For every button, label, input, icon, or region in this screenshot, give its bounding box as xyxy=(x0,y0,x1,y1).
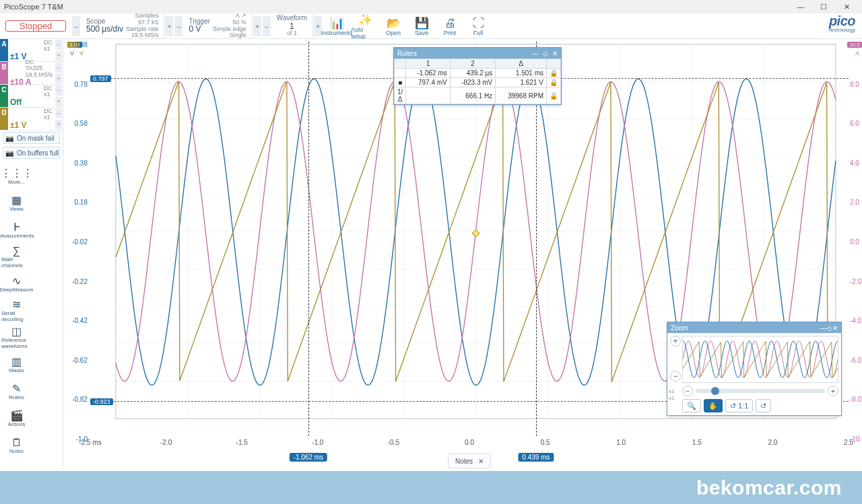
scope-increment[interactable]: + xyxy=(165,16,173,36)
panel-close-icon[interactable]: ✕ xyxy=(832,324,838,332)
footer-banner: bekomcar.com xyxy=(0,471,862,504)
fullscreen-icon: ⛶ xyxy=(473,17,484,29)
trigger-increment[interactable]: + xyxy=(253,16,261,36)
save-button[interactable]: 💾Save xyxy=(407,13,436,38)
channel-tab: A xyxy=(0,39,8,61)
rulers-table: 12Δ-1.062 ms439.2 µs1.501 ms🔒■797.4 mV-8… xyxy=(394,59,561,104)
chan-minus[interactable]: − xyxy=(55,40,62,50)
waveform-total: of 1 xyxy=(287,30,297,36)
palette-actions[interactable]: 🎬Actions xyxy=(1,405,32,432)
zoom-panel-title: Zoom xyxy=(671,324,688,332)
palette-serial-decoding[interactable]: ≋Serial decoding xyxy=(1,297,32,324)
camera-icon: 📷 xyxy=(5,135,15,142)
rulers-panel-title: Rulers xyxy=(397,50,417,57)
channel-b[interactable]: B DCTA32519.5 MS/s ±10 A −+ xyxy=(0,62,63,85)
panel-minimize-icon[interactable]: — xyxy=(820,324,827,332)
chan-minus[interactable]: − xyxy=(55,63,62,73)
palette-math-channels[interactable]: ∑Math channels xyxy=(1,244,32,271)
panel-close-icon[interactable]: ✕ xyxy=(552,50,558,57)
close-icon[interactable]: ✕ xyxy=(478,458,484,465)
chan-minus[interactable]: − xyxy=(55,108,62,118)
channel-c[interactable]: C DCx1 Off −+ xyxy=(0,85,63,108)
panel-minimize-icon[interactable]: — xyxy=(532,50,539,57)
time-ruler-1[interactable] xyxy=(308,42,309,436)
panel-pin-icon[interactable]: ◇ xyxy=(543,50,548,57)
palette-views[interactable]: ▦Views xyxy=(1,190,32,217)
open-button[interactable]: 📂Open xyxy=(379,13,407,38)
channel-d[interactable]: D DCx1 ±1 V −+ xyxy=(0,108,63,131)
zoom-panel[interactable]: Zoom —◇✕ + − x1 x1 − + 🔍 ✋ ↺ xyxy=(667,322,842,416)
notes-tab[interactable]: Notes✕ xyxy=(448,454,491,468)
instruments-icon: 📊 xyxy=(330,17,344,29)
window-close-button[interactable]: ✕ xyxy=(835,0,858,13)
chan-plus[interactable]: + xyxy=(55,120,62,130)
full-button[interactable]: ⛶Full xyxy=(464,13,492,38)
palette-deepmeasure[interactable]: ∿DeepMeasure xyxy=(1,271,32,297)
scope-plot-area[interactable]: 0.98 1.0 V V 0.980.780.580.380.18-0.02-0… xyxy=(63,39,862,470)
footer-banner-text: bekomcar.com xyxy=(696,476,842,499)
save-icon: 💾 xyxy=(415,17,429,29)
print-button[interactable]: 🖨Print xyxy=(436,13,464,38)
zoom-overview[interactable] xyxy=(682,336,838,383)
zoom-reset-button[interactable]: ↺ 1:1 xyxy=(725,399,753,412)
chan-minus[interactable]: − xyxy=(55,85,62,96)
trigger-decrement[interactable]: – xyxy=(174,16,183,36)
zoom-pan-button[interactable]: ✋ xyxy=(704,399,723,412)
zoom-out-horiz-button[interactable]: − xyxy=(682,386,693,396)
instruments-button[interactable]: 📊Instruments xyxy=(323,13,351,38)
tool-palette: ⋮⋮⋮More...▦ViewsⱵMeasurements∑Math chann… xyxy=(0,160,63,462)
rulers-panel[interactable]: Rulers —◇✕ 12Δ-1.062 ms439.2 µs1.501 ms🔒… xyxy=(393,47,562,105)
waveform-prev[interactable]: – xyxy=(263,16,271,36)
zoom-magnify-button[interactable]: 🔍 xyxy=(682,399,701,412)
wand-icon: ✨ xyxy=(358,14,372,26)
palette-notes[interactable]: 🗒Notes xyxy=(1,432,32,459)
window-title: PicoScope 7 T&M xyxy=(4,3,63,11)
signal-ruler-low[interactable]: -0.823 xyxy=(90,398,113,405)
scope-decrement[interactable]: – xyxy=(72,16,80,36)
window-minimize-button[interactable]: — xyxy=(789,0,812,13)
palette-more-[interactable]: ⋮⋮⋮More... xyxy=(1,163,32,190)
channel-tab: C xyxy=(0,85,8,107)
signal-ruler-high[interactable]: 0.797 xyxy=(90,75,111,82)
zoom-in-horiz-button[interactable]: + xyxy=(828,386,838,396)
chan-plus[interactable]: + xyxy=(55,51,62,61)
scope-timebase[interactable]: 500 µs/div xyxy=(86,25,123,34)
channel-tab: B xyxy=(0,62,8,84)
chan-plus[interactable]: + xyxy=(55,97,62,107)
svg-rect-23 xyxy=(472,229,479,237)
brand-logo: pico Technology xyxy=(828,13,862,38)
zoom-in-vert-button[interactable]: + xyxy=(670,336,681,347)
palette-measurements[interactable]: ⱵMeasurements xyxy=(1,217,32,244)
palette-masks[interactable]: ▥Masks xyxy=(1,351,32,378)
trigger-level[interactable]: 0 V xyxy=(189,25,209,34)
window-titlebar: PicoScope 7 T&M — ☐ ✕ xyxy=(0,0,862,13)
auto-setup-button[interactable]: ✨Auto setup xyxy=(351,13,379,38)
left-panel: A DCx1 ±1 V −+B DCTA32519.5 MS/s ±10 A −… xyxy=(0,39,63,470)
print-icon: 🖨 xyxy=(444,17,456,29)
window-maximize-button[interactable]: ☐ xyxy=(812,0,835,13)
main-toolbar: Stopped – Scope 500 µs/div Samples 97.7 … xyxy=(0,13,862,39)
channel-tab: D xyxy=(0,108,8,130)
zoom-out-vert-button[interactable]: − xyxy=(670,371,681,382)
chan-plus[interactable]: + xyxy=(55,74,62,84)
folder-open-icon: 📂 xyxy=(387,17,401,29)
camera-icon: 📷 xyxy=(5,149,15,157)
panel-pin-icon[interactable]: ◇ xyxy=(827,324,832,332)
palette-rulers[interactable]: ✎Rulers xyxy=(1,378,32,405)
zoom-undo-button[interactable]: ↺ xyxy=(756,399,771,412)
run-stop-button[interactable]: Stopped xyxy=(5,20,66,32)
palette-reference-waveforms[interactable]: ◫Reference waveforms xyxy=(1,324,32,351)
option-on-mask-fail[interactable]: 📷On mask fail xyxy=(3,132,60,144)
option-on-buffers-full[interactable]: 📷On buffers full xyxy=(3,147,60,159)
zoom-slider[interactable] xyxy=(696,389,825,393)
